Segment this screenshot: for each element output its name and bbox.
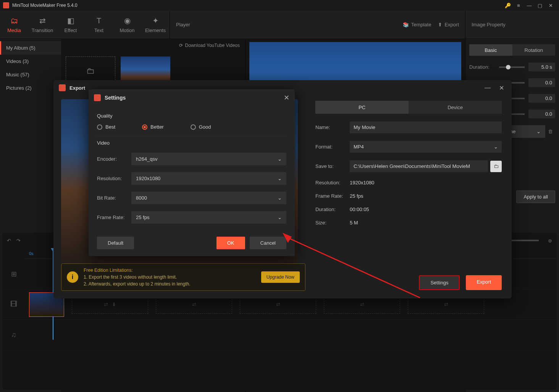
limits-line2: 2. Afterwards, export video up to 2 minu… bbox=[84, 281, 256, 287]
chevron-down-icon: ⌄ bbox=[278, 176, 282, 181]
video-track-icon: 🎞 bbox=[2, 289, 25, 319]
resolution-value: 1920x1080 bbox=[350, 180, 374, 186]
settings-resolution-select[interactable]: 1920x1080⌄ bbox=[131, 172, 286, 185]
toolbar-transition[interactable]: ⇄Transition bbox=[28, 11, 57, 39]
duration-slider[interactable] bbox=[499, 66, 525, 68]
quality-best-radio[interactable]: Best bbox=[97, 124, 115, 130]
swap-icon: ⇄ bbox=[192, 302, 196, 307]
sidebar-item-pictures[interactable]: Pictures (2) bbox=[0, 81, 61, 95]
redo-icon[interactable]: ↷ bbox=[16, 238, 21, 244]
bitrate-label: Bit Rate: bbox=[97, 195, 131, 201]
export-duration-label: Duration: bbox=[315, 206, 350, 212]
cancel-button[interactable]: Cancel bbox=[250, 237, 286, 249]
duration-label: Duration: bbox=[469, 64, 495, 70]
maximize-button[interactable]: ▢ bbox=[535, 0, 545, 11]
close-window-button[interactable]: ✕ bbox=[545, 0, 556, 11]
toolbar-elements[interactable]: ✦Elements bbox=[141, 11, 170, 39]
trash-icon[interactable]: 🗑 bbox=[545, 129, 555, 134]
app-title: MiniTool MovieMaker Free 5.4.0 bbox=[12, 3, 502, 8]
chevron-down-icon: ⌄ bbox=[494, 144, 498, 150]
sidebar-item-videos[interactable]: Videos (3) bbox=[0, 55, 61, 68]
export-logo-icon bbox=[59, 84, 66, 91]
zoom-in-icon[interactable]: ⊕ bbox=[548, 238, 552, 244]
export-tab-device[interactable]: Device bbox=[409, 101, 502, 114]
player-label: Player bbox=[176, 22, 190, 27]
undo-icon[interactable]: ↶ bbox=[7, 238, 11, 244]
chevron-down-icon: ⌄ bbox=[278, 215, 282, 220]
saveto-label: Save to: bbox=[315, 163, 350, 169]
duration-value: 5.0 s bbox=[528, 63, 555, 71]
encoder-label: Encoder: bbox=[97, 156, 131, 162]
size-label: Size: bbox=[315, 220, 350, 226]
chevron-down-icon: ⌄ bbox=[536, 129, 541, 134]
audio-track-icon: ♫ bbox=[2, 320, 25, 350]
quality-heading: Quality bbox=[97, 113, 286, 119]
sidebar-item-my-album[interactable]: My Album (5) bbox=[0, 41, 61, 55]
toolbar-motion[interactable]: ◉Motion bbox=[113, 11, 141, 39]
framerate-label: Frame Rate: bbox=[315, 193, 350, 199]
toolbar-text[interactable]: TText bbox=[85, 11, 113, 39]
settings-framerate-select[interactable]: 25 fps⌄ bbox=[131, 211, 286, 224]
default-button[interactable]: Default bbox=[97, 237, 134, 249]
transition-icon: ⇄ bbox=[39, 16, 46, 25]
apply-to-all-button[interactable]: Apply to all bbox=[516, 190, 555, 203]
folder-icon: 🗂 bbox=[10, 16, 18, 25]
stack-icon: 📚 bbox=[403, 22, 409, 27]
toolbar-effect[interactable]: ◧Effect bbox=[57, 11, 85, 39]
quality-better-radio[interactable]: Better bbox=[142, 124, 164, 130]
sparkle-icon: ✦ bbox=[152, 16, 159, 25]
chevron-down-icon: ⌄ bbox=[278, 156, 282, 162]
export-button-top[interactable]: ⬆Export bbox=[438, 22, 459, 27]
track-add-icon[interactable]: ⊞ bbox=[2, 259, 25, 289]
export-close-button[interactable]: ✕ bbox=[496, 84, 506, 92]
effect-icon: ◧ bbox=[67, 16, 74, 25]
app-logo-icon bbox=[3, 2, 9, 8]
template-button[interactable]: 📚Template bbox=[403, 22, 431, 27]
download-youtube-link[interactable]: ⟳Download YouTube Videos bbox=[179, 43, 240, 48]
settings-logo-icon bbox=[94, 94, 101, 101]
limits-line1: 1. Export the first 3 videos without len… bbox=[84, 274, 256, 281]
export-tab-pc[interactable]: PC bbox=[315, 101, 409, 114]
name-input[interactable] bbox=[350, 121, 502, 133]
saveto-input[interactable] bbox=[350, 160, 488, 172]
swap-icon: ⇄ bbox=[360, 302, 364, 307]
sidebar-item-music[interactable]: Music (57) bbox=[0, 68, 61, 81]
settings-resolution-label: Resolution: bbox=[97, 176, 131, 181]
upgrade-now-button[interactable]: Upgrade Now bbox=[261, 271, 300, 283]
folder-plus-icon: 🗀 bbox=[86, 66, 95, 76]
format-label: Format: bbox=[315, 144, 350, 150]
prop-value-1: 0.0 bbox=[528, 78, 555, 87]
ok-button[interactable]: OK bbox=[216, 237, 245, 249]
settings-framerate-label: Frame Rate: bbox=[97, 215, 131, 220]
license-key-icon[interactable]: 🔑 bbox=[502, 0, 513, 11]
tab-rotation[interactable]: Rotation bbox=[512, 44, 556, 56]
browse-folder-button[interactable]: 🗀 bbox=[490, 161, 502, 172]
limits-heading: Free Edition Limitations: bbox=[84, 267, 256, 274]
export-minimize-button[interactable]: — bbox=[483, 84, 493, 91]
settings-button[interactable]: Settings bbox=[419, 275, 460, 290]
export-duration-value: 00:00:05 bbox=[350, 206, 369, 212]
prop-value-2: 0.0 bbox=[528, 94, 555, 103]
resolution-label: Resolution: bbox=[315, 180, 350, 186]
toolbar-media[interactable]: 🗂Media bbox=[0, 11, 28, 39]
video-heading: Video bbox=[97, 140, 286, 146]
motion-icon: ◉ bbox=[124, 16, 131, 25]
info-icon: i bbox=[67, 271, 78, 283]
settings-title: Settings bbox=[105, 95, 280, 101]
minimize-button[interactable]: — bbox=[524, 0, 535, 11]
encoder-select[interactable]: h264_qsv⌄ bbox=[131, 153, 286, 165]
quality-good-radio[interactable]: Good bbox=[191, 124, 211, 130]
settings-close-button[interactable]: ✕ bbox=[284, 94, 289, 102]
size-value: 5 M bbox=[350, 220, 358, 226]
bitrate-select[interactable]: 8000⌄ bbox=[131, 192, 286, 204]
cloud-download-icon: ⟳ bbox=[179, 43, 183, 48]
hamburger-menu-icon[interactable]: ≡ bbox=[513, 0, 524, 11]
tab-basic[interactable]: Basic bbox=[469, 44, 512, 56]
name-label: Name: bbox=[315, 124, 350, 130]
image-property-header: Image Property bbox=[465, 11, 559, 39]
format-select[interactable]: MP4⌄ bbox=[350, 141, 502, 153]
swap-icon: ⇄ bbox=[444, 302, 448, 307]
text-icon: T bbox=[97, 16, 101, 25]
ruler-mark: 0s bbox=[29, 251, 34, 256]
export-confirm-button[interactable]: Export bbox=[466, 275, 502, 290]
